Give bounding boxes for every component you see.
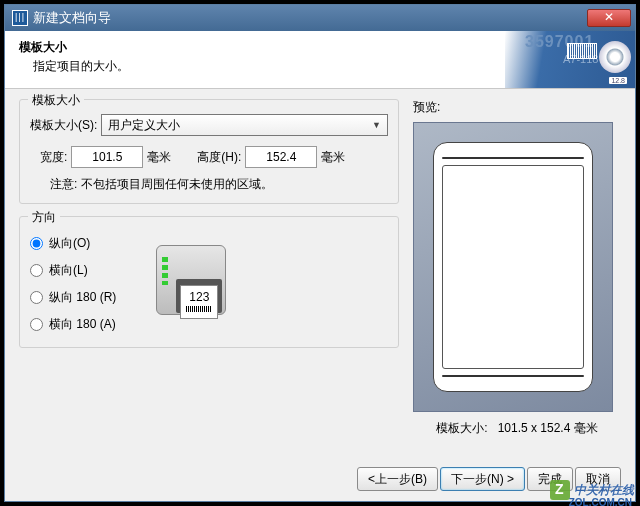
size-select-label: 模板大小(S): xyxy=(30,117,97,134)
height-input[interactable] xyxy=(245,146,317,168)
preview-paper-inner xyxy=(442,165,584,369)
preview-label: 预览: xyxy=(413,99,621,116)
banner-tag: 12.8 xyxy=(609,77,627,84)
watermark-text: 中关村在线 xyxy=(574,482,634,499)
wizard-body: 模板大小 模板大小(S): 用户定义大小 宽度: 毫米 高度(H): xyxy=(5,89,635,447)
watermark-url: ZOL.COM.CN xyxy=(569,497,632,506)
preview-paper xyxy=(433,142,593,392)
printer-sample-number: 123 xyxy=(189,290,209,304)
watermark-logo-icon xyxy=(550,480,570,500)
radio-landscape-180-input[interactable] xyxy=(30,318,43,331)
printer-icon: 123 xyxy=(146,237,246,337)
radio-landscape-180[interactable]: 横向 180 (A) xyxy=(30,316,116,333)
radio-portrait[interactable]: 纵向(O) xyxy=(30,235,116,252)
back-button[interactable]: <上一步(B) xyxy=(357,467,438,491)
orientation-group: 方向 纵向(O) 横向(L) 纵向 180 (R) xyxy=(19,216,399,348)
template-size-group: 模板大小 模板大小(S): 用户定义大小 宽度: 毫米 高度(H): xyxy=(19,99,399,204)
width-label: 宽度: xyxy=(40,149,67,166)
preview-caption: 模板大小: 101.5 x 152.4 毫米 xyxy=(413,420,621,437)
radio-portrait-180[interactable]: 纵向 180 (R) xyxy=(30,289,116,306)
width-unit: 毫米 xyxy=(147,149,171,166)
radio-landscape-180-label: 横向 180 (A) xyxy=(49,316,116,333)
orientation-radios: 纵向(O) 横向(L) 纵向 180 (R) 横向 180 (A) xyxy=(30,231,116,333)
next-button[interactable]: 下一步(N) > xyxy=(440,467,525,491)
height-label: 高度(H): xyxy=(197,149,241,166)
width-input[interactable] xyxy=(71,146,143,168)
radio-portrait-label: 纵向(O) xyxy=(49,235,90,252)
size-select-dropdown[interactable]: 用户定义大小 xyxy=(101,114,388,136)
printer-sample-barcode-icon xyxy=(186,306,212,312)
orient-legend: 方向 xyxy=(28,209,60,226)
radio-landscape[interactable]: 横向(L) xyxy=(30,262,116,279)
radio-landscape-input[interactable] xyxy=(30,264,43,277)
radio-portrait-180-label: 纵向 180 (R) xyxy=(49,289,116,306)
preview-box xyxy=(413,122,613,412)
wizard-header: 模板大小 指定项目的大小。 3597001 A7-118 12.8 xyxy=(5,31,635,89)
radio-landscape-label: 横向(L) xyxy=(49,262,88,279)
size-note: 注意: 不包括项目周围任何未使用的区域。 xyxy=(30,176,388,193)
size-select-value: 用户定义大小 xyxy=(108,117,180,134)
disc-icon xyxy=(599,41,631,73)
wizard-window: 新建文档向导 ✕ 模板大小 指定项目的大小。 3597001 A7-118 12… xyxy=(4,4,636,502)
app-icon xyxy=(12,10,28,26)
preview-caption-prefix: 模板大小: xyxy=(436,421,487,435)
barcode-icon xyxy=(567,43,597,59)
preview-caption-value: 101.5 x 152.4 毫米 xyxy=(498,421,598,435)
header-banner: 3597001 A7-118 12.8 xyxy=(505,31,635,88)
size-legend: 模板大小 xyxy=(28,92,84,109)
height-unit: 毫米 xyxy=(321,149,345,166)
titlebar: 新建文档向导 ✕ xyxy=(5,5,635,31)
close-button[interactable]: ✕ xyxy=(587,9,631,27)
right-column: 预览: 模板大小: 101.5 x 152.4 毫米 xyxy=(413,99,621,437)
left-column: 模板大小 模板大小(S): 用户定义大小 宽度: 毫米 高度(H): xyxy=(19,99,399,437)
radio-portrait-180-input[interactable] xyxy=(30,291,43,304)
radio-portrait-input[interactable] xyxy=(30,237,43,250)
window-title: 新建文档向导 xyxy=(33,9,587,27)
